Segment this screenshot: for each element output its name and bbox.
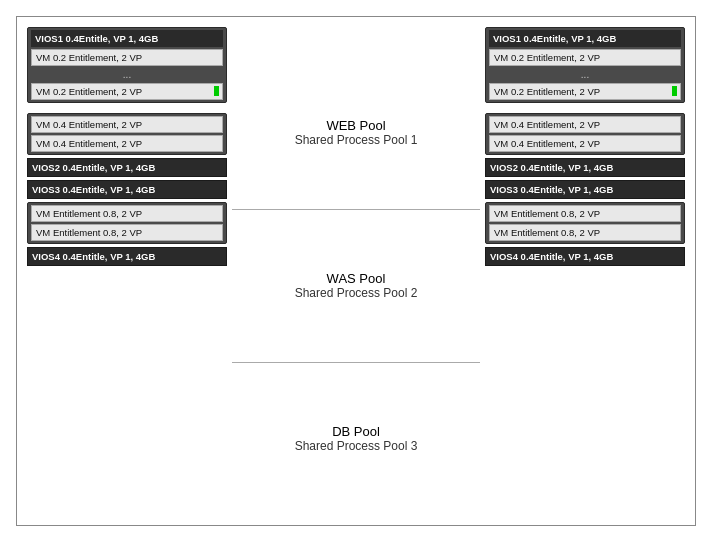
left-vm-1: VM 0.2 Entitlement, 2 VP [31, 49, 223, 66]
left-vm-3: VM 0.4 Entitlement, 2 VP [31, 116, 223, 133]
right-vm-4: VM 0.4 Entitlement, 2 VP [489, 135, 681, 152]
right-vios1-header: VIOS1 0.4Entitle, VP 1, 4GB [489, 30, 681, 47]
web-pool-sub: Shared Process Pool 1 [295, 133, 418, 147]
left-vm-6: VM Entitlement 0.8, 2 VP [31, 224, 223, 241]
was-pool-name: WAS Pool [327, 271, 386, 286]
left-vios1-header: VIOS1 0.4Entitle, VP 1, 4GB [31, 30, 223, 47]
right-vios1-chassis-b: VM 0.4 Entitlement, 2 VP VM 0.4 Entitlem… [485, 113, 685, 155]
left-dots-1: ... [31, 68, 223, 81]
right-vios4-header: VIOS4 0.4Entitle, VP 1, 4GB [485, 247, 685, 266]
left-vm-5: VM Entitlement 0.8, 2 VP [31, 205, 223, 222]
db-pool-sub: Shared Process Pool 3 [295, 439, 418, 453]
web-pool-name: WEB Pool [326, 118, 385, 133]
left-vios3-chassis: VM Entitlement 0.8, 2 VP VM Entitlement … [27, 202, 227, 244]
pool-labels: WEB Pool Shared Process Pool 1 WAS Pool … [232, 27, 480, 515]
left-server: VIOS1 0.4Entitle, VP 1, 4GB VM 0.2 Entit… [27, 27, 227, 515]
left-vios2-header: VIOS2 0.4Entitle, VP 1, 4GB [27, 158, 227, 177]
right-vios1-chassis: VIOS1 0.4Entitle, VP 1, 4GB VM 0.2 Entit… [485, 27, 685, 103]
left-vios4-header: VIOS4 0.4Entitle, VP 1, 4GB [27, 247, 227, 266]
left-vios1-chassis: VIOS1 0.4Entitle, VP 1, 4GB VM 0.2 Entit… [27, 27, 227, 103]
right-vm-5: VM Entitlement 0.8, 2 VP [489, 205, 681, 222]
right-dots-1: ... [489, 68, 681, 81]
right-vm-6: VM Entitlement 0.8, 2 VP [489, 224, 681, 241]
main-diagram: VIOS1 0.4Entitle, VP 1, 4GB VM 0.2 Entit… [16, 16, 696, 526]
right-vm-2: VM 0.2 Entitlement, 2 VP [489, 83, 681, 100]
db-pool-name: DB Pool [332, 424, 380, 439]
left-vios3-header: VIOS3 0.4Entitle, VP 1, 4GB [27, 180, 227, 199]
left-vios1-chassis-b: VM 0.4 Entitlement, 2 VP VM 0.4 Entitlem… [27, 113, 227, 155]
was-pool-sub: Shared Process Pool 2 [295, 286, 418, 300]
left-vm-2: VM 0.2 Entitlement, 2 VP [31, 83, 223, 100]
left-vm-4: VM 0.4 Entitlement, 2 VP [31, 135, 223, 152]
right-vios3-header: VIOS3 0.4Entitle, VP 1, 4GB [485, 180, 685, 199]
right-vm-3: VM 0.4 Entitlement, 2 VP [489, 116, 681, 133]
right-server: VIOS1 0.4Entitle, VP 1, 4GB VM 0.2 Entit… [485, 27, 685, 515]
right-vm-1: VM 0.2 Entitlement, 2 VP [489, 49, 681, 66]
right-vios2-header: VIOS2 0.4Entitle, VP 1, 4GB [485, 158, 685, 177]
right-vios3-chassis: VM Entitlement 0.8, 2 VP VM Entitlement … [485, 202, 685, 244]
